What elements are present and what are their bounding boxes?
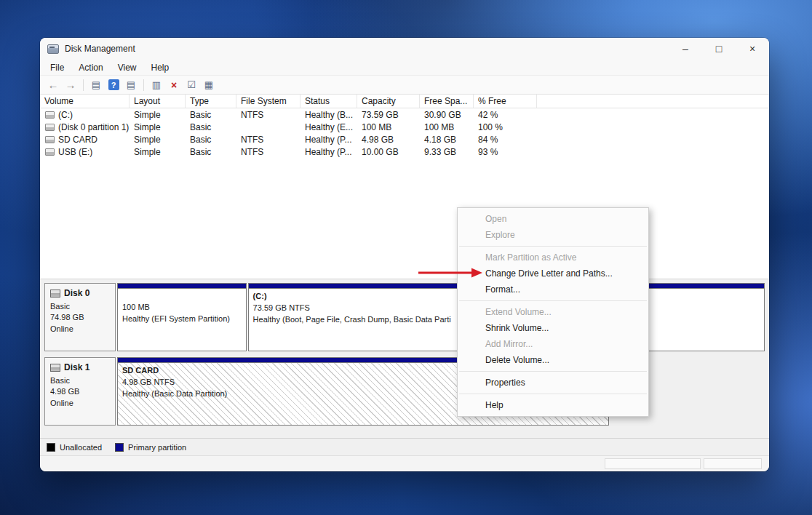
titlebar: Disk Management – □ × xyxy=(40,38,769,60)
menu-item-delete-volume[interactable]: Delete Volume... xyxy=(458,352,648,368)
grid-view-icon[interactable]: ▦ xyxy=(200,77,218,92)
column-header-capacity[interactable]: Capacity xyxy=(357,95,420,108)
cell-free: 9.33 GB xyxy=(420,147,474,157)
cell-free: 30.90 GB xyxy=(420,110,474,120)
disk-name: Disk 1 xyxy=(64,362,89,374)
volume-name: (C:) xyxy=(58,110,73,120)
cell-pct-free: 93 % xyxy=(474,147,537,157)
volume-row-usb-e[interactable]: USB (E:) Simple Basic NTFS Healthy (P...… xyxy=(40,145,769,158)
menu-item-change-drive-letter[interactable]: Change Drive Letter and Paths... xyxy=(458,266,648,282)
cell-pct-free: 84 % xyxy=(474,135,537,145)
column-header-filler xyxy=(537,95,769,108)
column-header-file-system[interactable]: File System xyxy=(236,95,300,108)
status-bar xyxy=(40,455,769,471)
partition-efi-system[interactable]: 100 MB Healthy (EFI System Partition) xyxy=(117,283,247,351)
column-header-free-space[interactable]: Free Spa... xyxy=(420,95,474,108)
partition-title xyxy=(122,291,242,302)
menu-help[interactable]: Help xyxy=(144,60,177,75)
volume-list-header: Volume Layout Type File System Status Ca… xyxy=(40,95,769,108)
column-header-volume[interactable]: Volume xyxy=(40,95,130,108)
disk-size: 74.98 GB xyxy=(50,312,110,323)
cell-capacity: 100 MB xyxy=(357,122,420,132)
cell-type: Basic xyxy=(186,110,236,120)
legend-label: Unallocated xyxy=(60,443,102,452)
disk-kind: Basic xyxy=(50,301,110,312)
toolbar: ← → ▤ ? ▤ ▥ × ☑ ▦ xyxy=(40,76,769,95)
delete-icon[interactable]: × xyxy=(165,77,183,92)
disk-state: Online xyxy=(50,398,110,409)
menu-item-add-mirror: Add Mirror... xyxy=(458,336,648,352)
back-icon[interactable]: ← xyxy=(44,77,62,92)
properties-icon[interactable]: ▥ xyxy=(148,77,165,92)
menu-separator xyxy=(459,394,647,394)
menu-item-shrink-volume[interactable]: Shrink Volume... xyxy=(458,320,648,336)
menu-item-explore: Explore xyxy=(458,227,648,243)
cell-layout: Simple xyxy=(130,110,186,120)
column-header-type[interactable]: Type xyxy=(186,95,236,108)
menu-separator xyxy=(459,371,647,372)
legend-primary-partition: Primary partition xyxy=(115,443,186,452)
cell-status: Healthy (P... xyxy=(300,147,357,157)
volume-row-disk0-partition1[interactable]: (Disk 0 partition 1) Simple Basic Health… xyxy=(40,121,769,133)
help-icon[interactable]: ? xyxy=(105,77,122,92)
menu-action[interactable]: Action xyxy=(71,60,110,75)
volume-icon xyxy=(45,148,55,156)
cell-free: 100 MB xyxy=(420,122,474,132)
menu-file[interactable]: File xyxy=(43,60,71,75)
partition-status-line: Healthy (EFI System Partition) xyxy=(122,314,242,325)
disk-kind: Basic xyxy=(50,375,110,386)
cell-capacity: 73.59 GB xyxy=(357,110,420,120)
window-title: Disk Management xyxy=(65,44,135,54)
toolbar-separator xyxy=(83,79,84,91)
menu-item-open: Open xyxy=(458,211,648,227)
menu-item-format[interactable]: Format... xyxy=(458,282,648,298)
menu-item-mark-active: Mark Partition as Active xyxy=(458,249,648,266)
disk-icon xyxy=(50,364,60,372)
cell-pct-free: 42 % xyxy=(474,110,537,120)
check-doc-icon[interactable]: ☑ xyxy=(183,77,200,92)
menu-view[interactable]: View xyxy=(111,60,144,75)
cell-layout: Simple xyxy=(130,135,186,145)
console-tree-icon[interactable]: ▤ xyxy=(87,77,105,92)
cell-status: Healthy (B... xyxy=(300,110,357,120)
app-icon xyxy=(47,44,59,54)
list-view-icon[interactable]: ▤ xyxy=(122,77,140,92)
disk-0-label[interactable]: Disk 0 Basic 74.98 GB Online xyxy=(44,283,116,351)
minimize-button[interactable]: – xyxy=(669,38,702,60)
annotation-arrow xyxy=(417,266,484,279)
volume-icon xyxy=(45,136,55,143)
disk-name: Disk 0 xyxy=(64,287,89,300)
volume-row-c[interactable]: (C:) Simple Basic NTFS Healthy (B... 73.… xyxy=(40,108,769,121)
status-bar-segment xyxy=(605,458,701,469)
column-header-status[interactable]: Status xyxy=(300,95,357,108)
close-button[interactable]: × xyxy=(736,38,769,60)
disk-icon xyxy=(50,290,60,298)
unallocated-swatch xyxy=(47,443,55,452)
status-bar-segment xyxy=(704,458,762,469)
partition-size-line: 100 MB xyxy=(122,302,242,314)
volume-name: SD CARD xyxy=(58,135,97,145)
cell-type: Basic xyxy=(186,147,236,157)
cell-status: Healthy (E... xyxy=(300,122,357,132)
legend-unallocated: Unallocated xyxy=(47,443,102,452)
window-controls: – □ × xyxy=(669,38,769,60)
disk-0-partitions: 100 MB Healthy (EFI System Partition) (C… xyxy=(117,283,765,351)
column-header-layout[interactable]: Layout xyxy=(130,95,186,108)
maximize-button[interactable]: □ xyxy=(702,38,736,60)
menu-separator xyxy=(459,246,647,247)
volume-name: (Disk 0 partition 1) xyxy=(58,122,129,132)
partition-context-menu: Open Explore Mark Partition as Active Ch… xyxy=(457,207,649,417)
menu-item-properties[interactable]: Properties xyxy=(458,375,648,391)
menu-item-help[interactable]: Help xyxy=(458,397,648,413)
forward-icon[interactable]: → xyxy=(62,77,79,92)
cell-fs: NTFS xyxy=(236,135,300,145)
volume-row-sd-card[interactable]: SD CARD Simple Basic NTFS Healthy (P... … xyxy=(40,133,769,145)
volume-icon xyxy=(45,111,55,119)
disk-size: 4.98 GB xyxy=(50,386,110,397)
column-header-pct-free[interactable]: % Free xyxy=(474,95,537,108)
disk-1-label[interactable]: Disk 1 Basic 4.98 GB Online xyxy=(44,357,116,426)
cell-capacity: 4.98 GB xyxy=(357,135,420,145)
legend-label: Primary partition xyxy=(128,443,186,452)
volume-list-pane: Volume Layout Type File System Status Ca… xyxy=(40,95,769,279)
disk-1-partitions: SD CARD 4.98 GB NTFS Healthy (Basic Data… xyxy=(117,357,765,426)
